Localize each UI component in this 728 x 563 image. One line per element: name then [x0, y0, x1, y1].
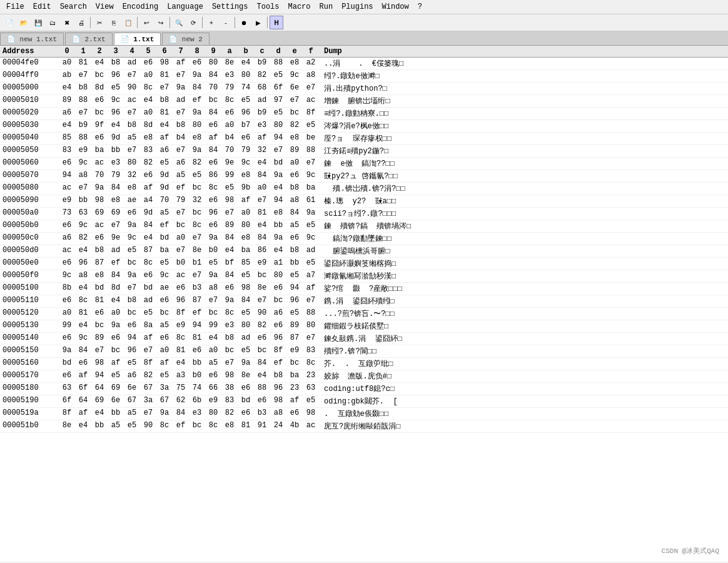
hex-byte[interactable]: e5 [108, 83, 124, 94]
hex-byte[interactable]: 32 [124, 171, 140, 181]
zoom-in-button[interactable]: + [205, 16, 218, 29]
hex-byte[interactable]: bb [75, 196, 91, 206]
hex-byte[interactable]: a8 [303, 71, 319, 81]
hex-byte[interactable]: 80 [270, 271, 286, 282]
hex-byte[interactable]: 94 [270, 196, 286, 206]
hex-byte[interactable]: b8 [75, 83, 91, 94]
hex-byte[interactable]: e7 [140, 346, 156, 357]
hex-byte[interactable]: 89 [91, 333, 108, 344]
hex-byte[interactable]: e6 [221, 108, 238, 119]
hex-byte[interactable]: b8 [286, 183, 303, 194]
new-button[interactable]: 📄 [3, 16, 16, 29]
hex-byte[interactable]: 8f [140, 358, 156, 369]
hex-byte[interactable]: b8 [221, 333, 238, 344]
hex-byte[interactable]: 8a [140, 321, 156, 332]
hex-byte[interactable]: ad [140, 296, 156, 307]
hex-byte[interactable]: 84 [108, 271, 124, 282]
hex-byte[interactable]: 79 [238, 146, 254, 156]
hex-byte[interactable]: bc [286, 108, 303, 119]
hex-byte[interactable]: e7 [75, 108, 91, 119]
hex-byte[interactable]: e6 [254, 333, 270, 344]
hex-byte[interactable]: e7 [124, 283, 140, 294]
hex-byte[interactable]: b7 [238, 121, 254, 131]
hex-byte[interactable]: 85 [59, 133, 75, 144]
hex-byte[interactable]: 8f [59, 408, 75, 419]
hex-byte[interactable]: ac [124, 96, 140, 106]
hex-byte[interactable]: af [286, 396, 303, 407]
hex-byte[interactable]: 80 [205, 58, 221, 69]
hex-byte[interactable]: e5 [124, 421, 140, 432]
hex-byte[interactable]: a6 [59, 233, 75, 244]
hex-byte[interactable]: e7 [173, 108, 189, 119]
hex-byte[interactable]: a8 [270, 408, 286, 419]
table-row[interactable]: 000051906f64696e673a67626be983bde698afe5… [0, 395, 728, 408]
hex-byte[interactable]: 83 [59, 146, 75, 156]
hex-byte[interactable]: af [173, 58, 189, 69]
hex-byte[interactable]: e4 [254, 158, 270, 169]
hex-byte[interactable]: ef [108, 258, 124, 269]
hex-byte[interactable]: 90 [124, 83, 140, 94]
hex-byte[interactable]: e7 [124, 146, 140, 156]
hex-byte[interactable]: 64 [75, 396, 91, 407]
hex-byte[interactable]: 8c [140, 83, 156, 94]
hex-byte[interactable]: 63 [303, 383, 319, 394]
table-row[interactable]: 0000519a8fafe4bba5e79a84e38082e6b3a8e698… [0, 408, 728, 420]
hex-byte[interactable]: 94 [189, 321, 205, 332]
hex-byte[interactable]: 70 [156, 196, 173, 206]
hex-byte[interactable]: 74 [189, 383, 205, 394]
hex-byte[interactable]: 88 [75, 133, 91, 144]
hex-byte[interactable]: af [140, 333, 156, 344]
hex-byte[interactable]: e5 [156, 258, 173, 269]
hex-byte[interactable]: 9a [108, 321, 124, 332]
hex-byte[interactable]: bc [254, 271, 270, 282]
tab-2txt[interactable]: 📄 2.txt [65, 33, 113, 45]
play-button[interactable]: ▶ [251, 16, 265, 29]
hex-byte[interactable]: 89 [286, 146, 303, 156]
hex-byte[interactable]: be [303, 133, 319, 144]
hex-byte[interactable]: 6f [270, 83, 286, 94]
hex-byte[interactable]: e4 [254, 221, 270, 231]
hex-byte[interactable]: 23 [286, 383, 303, 394]
hex-byte[interactable]: bc [270, 296, 286, 307]
table-row[interactable]: 000050c0a682e69e9ce4bda0e79a84e8849ae69c… [0, 233, 728, 245]
zoom-out-button[interactable]: - [219, 16, 233, 29]
hex-byte[interactable]: 69 [108, 208, 124, 219]
hex-byte[interactable]: 84 [173, 408, 189, 419]
hex-byte[interactable]: bc [189, 421, 205, 432]
hex-byte[interactable]: a0 [173, 233, 189, 244]
hex-byte[interactable]: e9 [75, 146, 91, 156]
hex-byte[interactable]: e8 [286, 58, 303, 69]
table-row[interactable]: 000051008be4bd8de7bdaee6b3a8e6988ee694af… [0, 283, 728, 295]
cut-button[interactable]: ✂ [93, 16, 106, 29]
hex-byte[interactable]: e4 [205, 333, 221, 344]
hex-byte[interactable]: 88 [75, 96, 91, 106]
table-row[interactable]: 00005080ace79a84e8af9defbc8ce59ba0e4b8ba… [0, 183, 728, 195]
hex-byte[interactable]: bc [286, 358, 303, 369]
hex-byte[interactable]: bb [286, 258, 303, 269]
hex-byte[interactable]: a5 [108, 421, 124, 432]
hex-byte[interactable]: 83 [140, 146, 156, 156]
hex-byte[interactable]: 9a [303, 208, 319, 219]
hex-byte[interactable]: e4 [140, 233, 156, 244]
hex-byte[interactable]: e8 [221, 421, 238, 432]
hex-byte[interactable]: 9a [270, 233, 286, 244]
hex-byte[interactable]: bc [156, 308, 173, 319]
hex-byte[interactable]: e9 [254, 258, 270, 269]
hex-byte[interactable]: e7 [140, 408, 156, 419]
hex-byte[interactable]: e6 [189, 346, 205, 357]
hex-byte[interactable]: 98 [91, 196, 108, 206]
table-row[interactable]: 000051b08ee4bba5e5908cefbc8ce88191244bac… [0, 420, 728, 433]
hex-byte[interactable]: a6 [270, 308, 286, 319]
hex-byte[interactable]: e6 [59, 371, 75, 382]
hex-byte[interactable]: e5 [238, 96, 254, 106]
hex-byte[interactable]: b8 [173, 121, 189, 131]
hex-byte[interactable]: 9d [156, 171, 173, 181]
hex-byte[interactable]: b0 [189, 371, 205, 382]
hex-byte[interactable]: 69 [91, 208, 108, 219]
hex-byte[interactable]: 9f [91, 121, 108, 131]
hex-byte[interactable]: e6 [59, 158, 75, 169]
hex-byte[interactable]: 8c [173, 333, 189, 344]
hex-byte[interactable]: e4 [75, 321, 91, 332]
hex-byte[interactable]: a5 [173, 171, 189, 181]
hex-byte[interactable]: e3 [254, 121, 270, 131]
